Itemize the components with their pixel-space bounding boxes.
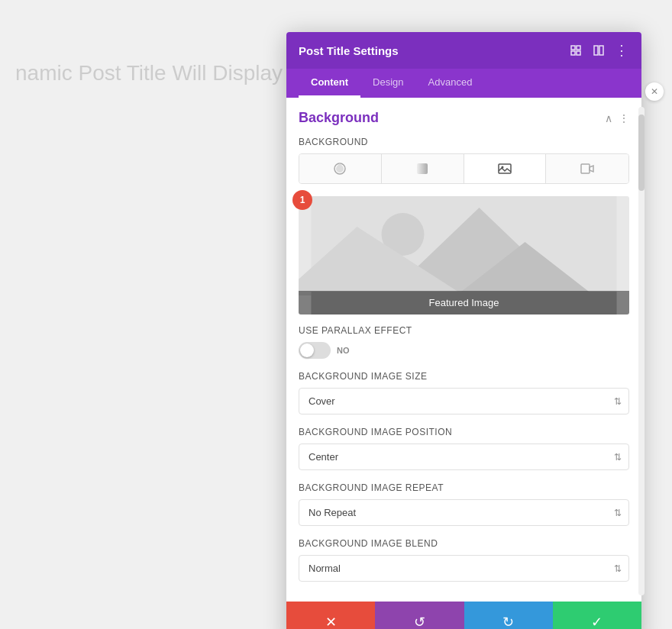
section-header-actions: ∧ ⋮	[605, 112, 629, 124]
bg-type-video[interactable]	[546, 154, 628, 183]
parallax-toggle-label: NO	[337, 346, 350, 355]
bg-repeat-select[interactable]: No Repeat Repeat Repeat-X Repeat-Y	[299, 499, 629, 526]
background-type-group: Background	[299, 137, 629, 184]
bg-blend-group: Background Image Blend Normal Multiply S…	[299, 538, 629, 582]
modal-footer: ✕ ↺ ↻ ✓	[286, 602, 641, 629]
bg-type-selector	[299, 153, 629, 184]
svg-rect-0	[571, 46, 575, 50]
bg-blend-select-wrapper: Normal Multiply Screen Overlay Darken Li…	[299, 555, 629, 582]
parallax-toggle-row: NO	[299, 342, 629, 359]
svg-rect-4	[594, 46, 598, 55]
svg-rect-10	[581, 164, 590, 173]
modal-content: Background ∧ ⋮ Background	[286, 98, 641, 602]
image-preview[interactable]: Featured Image	[299, 196, 629, 314]
scrollbar-track	[638, 107, 645, 595]
bg-position-select-wrapper: Center Top Left Top Center Top Right Bot…	[299, 444, 629, 470]
bg-size-group: Background Image Size Cover Contain Auto…	[299, 371, 629, 414]
scrollbar-thumb[interactable]	[638, 115, 645, 191]
svg-rect-2	[577, 46, 580, 50]
save-button[interactable]: ✓	[553, 602, 641, 629]
svg-rect-1	[577, 51, 580, 55]
bg-type-color[interactable]	[299, 154, 382, 183]
parallax-toggle[interactable]	[299, 342, 331, 359]
bg-repeat-select-wrapper: No Repeat Repeat Repeat-X Repeat-Y ⇅	[299, 499, 629, 526]
modal-header: Post Title Settings ⋮	[286, 32, 641, 69]
columns-icon[interactable]	[591, 43, 606, 58]
fullscreen-icon[interactable]	[568, 43, 583, 58]
parallax-group: Use Parallax Effect NO	[299, 325, 629, 359]
bg-blend-select[interactable]: Normal Multiply Screen Overlay Darken Li…	[299, 555, 629, 582]
close-panel-button[interactable]: ✕	[645, 82, 664, 101]
bg-size-select-wrapper: Cover Contain Auto ⇅	[299, 388, 629, 414]
featured-image-label: Featured Image	[299, 291, 629, 314]
bg-position-group: Background Image Position Center Top Lef…	[299, 427, 629, 470]
svg-rect-3	[571, 51, 575, 55]
bg-position-select[interactable]: Center Top Left Top Center Top Right Bot…	[299, 444, 629, 470]
bg-repeat-group: Background Image Repeat No Repeat Repeat…	[299, 482, 629, 526]
redo-button[interactable]: ↻	[464, 602, 553, 629]
modal-header-actions: ⋮	[568, 43, 629, 58]
collapse-icon[interactable]: ∧	[605, 112, 612, 124]
parallax-label: Use Parallax Effect	[299, 325, 629, 336]
bg-position-label: Background Image Position	[299, 427, 629, 437]
svg-rect-7	[417, 163, 428, 174]
modal-tabs: Content Design Advanced	[286, 69, 641, 98]
modal-title: Post Title Settings	[299, 44, 399, 57]
tab-design[interactable]: Design	[360, 69, 415, 98]
bg-size-label: Background Image Size	[299, 371, 629, 382]
modal-panel: Post Title Settings ⋮ Content Design	[286, 32, 641, 629]
toggle-knob	[300, 344, 314, 357]
image-preview-container: 1 Featured Image	[299, 196, 629, 314]
section-header: Background ∧ ⋮	[299, 110, 629, 126]
cancel-button[interactable]: ✕	[286, 602, 375, 629]
bg-type-gradient[interactable]	[382, 154, 464, 183]
undo-button[interactable]: ↺	[375, 602, 464, 629]
more-options-icon[interactable]: ⋮	[614, 43, 629, 58]
bg-blend-label: Background Image Blend	[299, 538, 629, 549]
section-more-icon[interactable]: ⋮	[619, 112, 629, 124]
svg-rect-5	[599, 46, 603, 55]
bg-repeat-label: Background Image Repeat	[299, 482, 629, 493]
background-label: Background	[299, 137, 629, 147]
tab-content[interactable]: Content	[299, 69, 360, 98]
image-badge: 1	[292, 190, 312, 210]
section-title: Background	[299, 110, 379, 126]
tab-advanced[interactable]: Advanced	[416, 69, 485, 98]
bg-size-select[interactable]: Cover Contain Auto	[299, 388, 629, 414]
bg-type-image[interactable]	[464, 154, 547, 183]
